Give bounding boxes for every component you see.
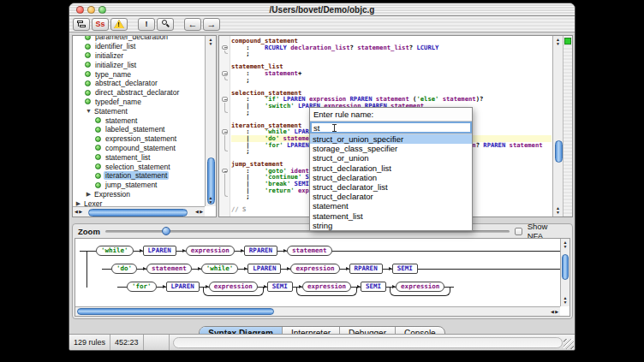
rule-status-icon [85,35,91,40]
zoom-window-button[interactable] [98,6,106,14]
back-button[interactable]: ← [184,18,201,31]
diagram-node-LPAREN[interactable]: LPAREN [166,282,200,292]
grammar-ok-indicator [564,38,571,45]
antlrworks-window: /Users/bovet/Demo/objc.g Ss ! ! [69,3,575,351]
tree-item-typedef_name[interactable]: typedef_name [73,98,205,107]
toggle-rules-button[interactable] [73,18,90,31]
rule-status-icon [85,90,91,96]
diagram-node-expression[interactable]: expression [290,264,339,274]
diagram-node-while[interactable]: 'while' [201,264,239,274]
resize-grip[interactable] [564,339,574,349]
tree-item-identifier_list[interactable]: identifier_list [73,42,205,51]
rule-status-icon [85,71,91,77]
tree-vertical-scrollbar[interactable]: ▲▼ ▲▼ [205,36,216,206]
diagram-node-LPAREN[interactable]: LPAREN [247,264,281,274]
tree-item-compound_statement[interactable]: compound_statement [73,144,205,153]
back-arrow-icon: ← [188,20,198,28]
diagram-node-for[interactable]: 'for' [127,282,157,292]
tree-item-abstract_declarator[interactable]: abstract_declarator [73,79,205,88]
forward-arrow-icon: → [207,20,217,28]
suggestion-struct_declaration_list[interactable]: struct_declaration_list [310,163,472,173]
suggestion-statement[interactable]: statement [310,201,472,211]
zoom-slider-thumb[interactable] [162,227,170,235]
diagram-node-expression[interactable]: expression [302,282,351,292]
diagram-node-SEMI[interactable]: SEMI [267,282,293,292]
close-button[interactable] [76,6,84,14]
tree-item-expression_statement[interactable]: expression_statement [73,134,205,144]
rules-tree[interactable]: parameter_declarationidentifier_listinit… [73,35,205,206]
rule-status-icon [95,173,101,179]
diagram-node-expression[interactable]: expression [186,246,235,256]
show-nfa-checkbox[interactable] [515,228,522,235]
diagram-node-statement[interactable]: statement [287,246,332,256]
minimize-button[interactable] [87,6,95,14]
tree-item-initializer_list[interactable]: initializer_list [73,60,205,69]
zoom-label: Zoom [78,227,100,236]
diagram-node-statement[interactable]: statement [146,264,192,274]
find-button[interactable] [157,18,174,31]
suggestion-struct_declaration[interactable]: struct_declaration [310,173,472,182]
tree-item-jump_statement[interactable]: jump_statement [73,181,205,190]
tree-item-statement[interactable]: statement [73,116,205,125]
exclamation-icon: ! [146,20,148,28]
suggestion-struct_declarator[interactable]: struct_declarator [310,192,472,201]
search-icon [161,20,170,28]
diagram-node-SEMI[interactable]: SEMI [392,264,418,274]
rule-status-icon [95,127,101,133]
suggestion-statement_list[interactable]: statement_list [310,211,472,221]
screen: /Users/bovet/Demo/objc.g Ss ! ! [0,0,644,362]
rule-count: 129 rules [69,335,110,350]
sort-rules-button[interactable]: Ss [92,18,109,31]
diagram-horizontal-scrollbar[interactable]: ◀ ▶ [75,306,560,316]
diagram-vertical-scrollbar[interactable]: ▲▼ ▲▼ [560,239,569,306]
title-bar[interactable]: /Users/bovet/Demo/objc.g [69,3,575,16]
chevron-right-icon[interactable]: ▶ [75,200,82,206]
diagram-node-RPAREN[interactable]: RPAREN [349,264,383,274]
suggestion-struct_or_union[interactable]: struct_or_union [310,153,472,163]
suggestion-struct_or_union_specifier[interactable]: struct_or_union_specifier [310,134,472,144]
tree-item-direct_abstract_declarator[interactable]: direct_abstract_declarator [73,88,205,98]
suggestion-storage_class_specifier[interactable]: storage_class_specifier [310,144,472,153]
text-cursor-icon [331,124,337,132]
editor-vertical-scrollbar[interactable]: ▲▼ ▲▼ [552,36,563,217]
tree-item-statement_list[interactable]: statement_list [73,152,205,162]
diagram-node-while[interactable]: 'while' [96,246,134,256]
tree-item-type_name[interactable]: type_name [73,69,205,79]
rule-status-icon [85,52,91,58]
debug-button[interactable]: ! [138,18,155,31]
fold-gutter[interactable] [219,36,230,217]
check-grammar-button[interactable]: ! [110,18,128,31]
suggestion-string[interactable]: string [310,221,472,230]
diagram-node-SEMI[interactable]: SEMI [361,282,386,292]
syntax-diagram-canvas[interactable]: 'while'LPARENexpressionRPARENstatement'd… [75,238,570,317]
rule-name-input[interactable]: st [310,122,472,134]
rule-status-icon [95,145,101,151]
diagram-node-LPAREN[interactable]: LPAREN [143,246,176,256]
status-bar: 129 rules 452:23 [69,334,575,350]
tree-item-iteration_statement[interactable]: iteration_statement [73,171,205,181]
workspace: parameter_declarationidentifier_listinit… [69,33,575,350]
suggestion-struct_declarator_list[interactable]: struct_declarator_list [310,182,472,192]
tree-item-labeled_statement[interactable]: labeled_statement [73,125,205,134]
window-title: /Users/bovet/Demo/objc.g [69,3,575,16]
diagram-node-expression[interactable]: expression [209,282,258,292]
tree-item-parameter_declaration[interactable]: parameter_declaration [73,35,205,42]
diagram-node-expression[interactable]: expression [396,282,444,292]
chevron-down-icon[interactable]: ▼ [85,108,92,114]
toolbar: Ss ! ! ← → [69,16,575,33]
tree-item-statement[interactable]: ▼Statement [73,106,205,116]
caret-position: 452:23 [110,335,144,350]
diagram-node-do[interactable]: 'do' [111,264,137,274]
chevron-right-icon[interactable]: ▶ [85,191,92,198]
syntax-diagram-panel: Zoom Show NFA 'while'LPARENexpressionRPA… [72,223,573,319]
diagram-node-RPAREN[interactable]: RPAREN [244,246,277,256]
tree-horizontal-scrollbar[interactable]: ◀ ▶ ◀ ▶ [73,206,205,217]
tree-item-lexer[interactable]: ▶Lexer [73,199,205,206]
tree-item-selection_statement[interactable]: selection_statement [73,162,205,171]
diagram-alt-2: 'do'statement'while'LPARENexpressionRPAR… [86,263,560,275]
forward-button[interactable]: → [203,18,220,31]
tree-item-expression[interactable]: ▶Expression [73,190,205,199]
popup-label: Enter rule name: [310,108,472,122]
rule-suggestion-list[interactable]: struct_or_union_specifierstorage_class_s… [310,134,472,230]
tree-item-initializer[interactable]: initializer [73,51,205,61]
